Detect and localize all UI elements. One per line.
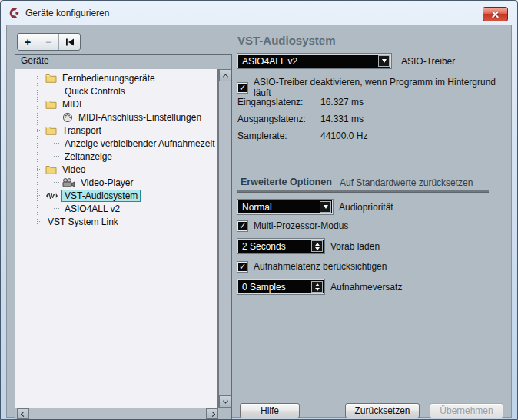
scroll-up-button[interactable] <box>219 69 231 81</box>
record-latency-row: Aufnahmelatenz berücksichtigen <box>237 261 387 272</box>
tree-connector <box>37 169 44 170</box>
asio-release-row: ASIO-Treiber deaktivieren, wenn Programm… <box>237 77 511 98</box>
scroll-left-button[interactable] <box>17 408 29 419</box>
tree-item-midi[interactable]: MIDI <box>15 98 217 111</box>
midi-port-icon <box>62 112 73 123</box>
stepper-arrows[interactable] <box>311 281 323 293</box>
preload-label: Vorab laden <box>330 241 380 252</box>
tree-connector <box>37 221 44 222</box>
tree-item-video-player[interactable]: Video-Player <box>15 176 217 189</box>
app-icon <box>8 7 21 19</box>
reset-button[interactable]: Zurücksetzen <box>345 403 420 418</box>
tree-connector <box>54 182 61 183</box>
tree-item-asio4all-v2[interactable]: ASIO4ALL v2 <box>15 202 217 215</box>
tree-connector <box>37 78 44 78</box>
chevron-left-icon <box>20 411 25 416</box>
tree-connector <box>54 156 61 157</box>
samplerate-label: Samplerate: <box>237 131 287 141</box>
record-latency-label: Aufnahmelatenz berücksichtigen <box>254 261 387 272</box>
folder-icon <box>45 99 57 109</box>
reset-devices-button[interactable] <box>59 34 80 50</box>
tree-item-label: Video-Player <box>78 177 135 189</box>
chevron-down-icon[interactable] <box>378 55 390 67</box>
multi-processor-row: Multi-Prozessor-Modus <box>237 220 348 231</box>
tree-item-midi-anschluss-einstellungen[interactable]: MIDI-Anschluss-Einstellungen <box>15 111 217 124</box>
apply-button[interactable]: Übernehmen <box>430 403 503 418</box>
section-separator <box>237 190 489 193</box>
spin-up-icon <box>315 283 320 286</box>
tree-connector <box>37 130 44 131</box>
tree-item-label: Quick Controls <box>62 85 128 98</box>
preload-stepper[interactable]: 2 Seconds <box>237 239 324 253</box>
chevron-right-icon <box>209 411 214 416</box>
tree-vertical-scrollbar[interactable] <box>218 69 231 408</box>
scroll-down-button[interactable] <box>219 395 231 408</box>
chevron-down-icon[interactable] <box>320 201 331 213</box>
tree-connector <box>54 117 61 117</box>
tree-item-label: VST System Link <box>45 216 121 228</box>
samplerate-value: 44100.0 Hz <box>320 131 367 141</box>
output-latency-value: 14.331 ms <box>320 114 364 124</box>
asio-driver-select[interactable]: ASIO4ALL v2 <box>237 54 391 68</box>
devices-tree[interactable]: FernbedienungsgeräteQuick ControlsMIDIMI… <box>15 69 218 408</box>
add-device-button[interactable]: + <box>18 34 38 50</box>
tree-item-fernbedienungsger-te[interactable]: Fernbedienungsgeräte <box>15 71 217 84</box>
tree-item-label: Video <box>60 164 88 176</box>
asio-release-label: ASIO-Treiber deaktivieren, wenn Programm… <box>254 77 511 98</box>
waveform-icon <box>45 191 58 200</box>
chevron-down-icon <box>222 398 227 403</box>
tree-item-vst-audiosystem[interactable]: VST-Audiosystem <box>15 189 217 202</box>
tree-item-label: Transport <box>60 124 104 137</box>
audio-priority-label: Audiopriorität <box>339 202 393 213</box>
record-offset-stepper[interactable]: 0 Samples <box>237 279 324 294</box>
asio-release-checkbox[interactable] <box>237 83 247 93</box>
stepper-arrows[interactable] <box>311 240 323 252</box>
video-camera-icon <box>62 178 75 187</box>
folder-icon <box>45 125 57 135</box>
skip-to-start-icon <box>65 38 75 46</box>
remove-device-button[interactable]: − <box>38 34 59 50</box>
tree-item-label: Zeitanzeige <box>62 150 115 163</box>
record-latency-checkbox[interactable] <box>237 262 247 272</box>
page-title: VST-Audiosystem <box>237 34 336 47</box>
tree-item-quick-controls[interactable]: Quick Controls <box>15 84 217 98</box>
tree-item-label: ASIO4ALL v2 <box>62 203 122 215</box>
help-button[interactable]: Hilfe <box>240 403 300 418</box>
multi-processor-checkbox[interactable] <box>237 221 247 231</box>
scroll-right-button[interactable] <box>206 408 218 419</box>
tree-connector <box>37 195 44 196</box>
tree-item-label: VST-Audiosystem <box>61 190 141 202</box>
audio-priority-select[interactable]: Normal <box>237 200 333 214</box>
tree-connector <box>54 91 61 91</box>
device-setup-window: Geräte konfigurieren + − Geräte Fernbedi… <box>0 0 518 420</box>
tree-item-label: MIDI-Anschluss-Einstellungen <box>76 111 204 124</box>
tree-item-anzeige-verbleibender-aufnahmezeit[interactable]: Anzeige verbleibender Aufnahmezeit <box>15 137 217 150</box>
reset-defaults-link[interactable]: Auf Standardwerte zurücksetzen <box>340 177 473 188</box>
dropdown-arrow-icon <box>324 205 328 209</box>
asio-driver-label: ASIO-Treiber <box>401 56 455 67</box>
tree-connector <box>54 208 61 209</box>
close-button[interactable] <box>483 7 508 21</box>
tree-connector <box>37 104 44 104</box>
tree-item-zeitanzeige[interactable]: Zeitanzeige <box>15 150 217 163</box>
dialog-body: + − Geräte FernbedienungsgeräteQuick Con… <box>6 25 512 418</box>
multi-processor-label: Multi-Prozessor-Modus <box>254 220 348 231</box>
tree-item-vst-system-link[interactable]: VST System Link <box>15 215 217 228</box>
record-offset-label: Aufnahmeversatz <box>330 282 402 293</box>
tree-item-video[interactable]: Video <box>15 163 217 176</box>
input-latency-value: 16.327 ms <box>320 97 364 107</box>
spin-up-icon <box>315 243 320 246</box>
chevron-up-icon <box>222 74 227 79</box>
tree-item-transport[interactable]: Transport <box>15 124 217 137</box>
tree-connector <box>54 143 61 144</box>
tree-item-label: MIDI <box>60 98 84 111</box>
preload-value: 2 Seconds <box>238 241 311 252</box>
asio-driver-value: ASIO4ALL v2 <box>238 56 378 67</box>
titlebar[interactable]: Geräte konfigurieren <box>1 1 517 25</box>
dropdown-arrow-icon <box>382 59 387 63</box>
tree-item-label: Anzeige verbleibender Aufnahmezeit <box>62 137 217 150</box>
record-offset-value: 0 Samples <box>238 282 311 293</box>
folder-icon <box>45 73 57 83</box>
window-title: Geräte konfigurieren <box>25 8 109 18</box>
tree-horizontal-scrollbar[interactable] <box>15 408 218 419</box>
